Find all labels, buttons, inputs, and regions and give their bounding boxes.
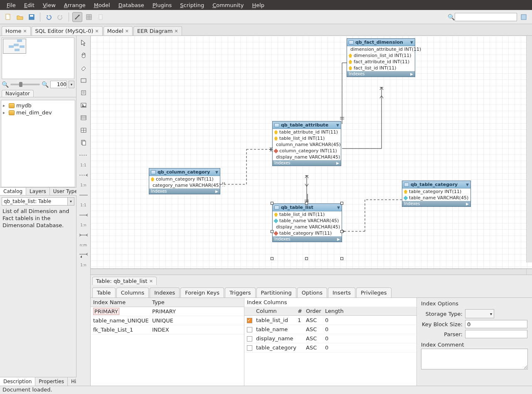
rel-n-m-icon[interactable]	[79, 230, 89, 240]
subtab-privileges[interactable]: Privileges	[356, 287, 392, 297]
image-tool-icon[interactable]	[79, 101, 89, 110]
checkbox[interactable]	[247, 345, 252, 351]
tab-sql-editor[interactable]: SQL Editor (MySQL-0)×	[32, 26, 103, 35]
resize-handle[interactable]	[340, 202, 343, 205]
subtab-options[interactable]: Options	[297, 287, 327, 297]
col-header[interactable]: Order	[303, 307, 323, 315]
close-icon[interactable]: ×	[175, 28, 178, 34]
eer-canvas[interactable]: qb_fact_dimension▼ dimension_attribute_i…	[91, 36, 532, 269]
checkbox[interactable]	[247, 336, 252, 342]
parser-input[interactable]	[465, 330, 527, 338]
column-row[interactable]: table_list_id INT(11)	[273, 135, 341, 141]
column-row[interactable]: table_list_id INT(11)	[273, 211, 342, 218]
resize-handle[interactable]	[305, 257, 308, 260]
vertical-scrollbar[interactable]	[526, 36, 532, 263]
table-tool-icon[interactable]	[79, 113, 89, 122]
redo-icon[interactable]	[55, 12, 65, 22]
tree-item-mydb[interactable]: ▸mydb	[3, 102, 73, 109]
subtab-foreign-keys[interactable]: Foreign Keys	[180, 287, 224, 297]
rel-1-n-id-icon[interactable]	[79, 211, 89, 220]
sidetab-description[interactable]: Description	[0, 377, 35, 386]
tab-eer-diagram[interactable]: EER Diagram×	[133, 26, 182, 35]
resize-handle[interactable]	[271, 257, 273, 260]
index-column-row[interactable]: table_categoryASC0	[244, 343, 416, 352]
open-file-icon[interactable]	[15, 12, 25, 22]
col-header[interactable]: #	[295, 307, 303, 315]
horizontal-scrollbar[interactable]	[91, 269, 526, 275]
routine-tool-icon[interactable]	[79, 138, 89, 147]
search-go-icon[interactable]	[519, 12, 529, 22]
column-row[interactable]: table_category INT(11)	[402, 188, 470, 195]
column-row[interactable]: dimension_list_id INT(11)	[347, 52, 415, 59]
menu-community[interactable]: Community	[208, 2, 248, 8]
sidetab-properties[interactable]: Properties	[35, 377, 68, 386]
index-column-row[interactable]: table_nameASC0	[244, 325, 416, 334]
subtab-indexes[interactable]: Indexes	[150, 287, 180, 297]
col-header[interactable]: Length	[323, 307, 410, 315]
column-row[interactable]: table_name VARCHAR(45)	[402, 195, 470, 201]
page-icon[interactable]	[96, 12, 106, 22]
resize-handle[interactable]	[271, 230, 273, 233]
menu-scripting[interactable]: Scripting	[176, 2, 208, 8]
index-comment-input[interactable]	[421, 349, 528, 369]
column-row[interactable]: table_name VARCHAR(45)	[273, 218, 342, 224]
grid-align-icon[interactable]	[72, 12, 82, 22]
index-row[interactable]: fk_Table_List_1INDEX	[91, 325, 244, 335]
close-icon[interactable]: ×	[149, 278, 153, 284]
index-columns-grid[interactable]: Index Columns Column # Order Length tabl…	[244, 298, 417, 386]
index-column-row[interactable]: table_list_id1ASC0	[244, 316, 416, 325]
object-description[interactable]: List of all Dimension and Fact tablels i…	[0, 207, 76, 377]
resize-handle[interactable]	[340, 257, 343, 260]
entity-qb-column-category[interactable]: qb_column_category▼ column_category INT(…	[149, 168, 220, 194]
navigator-tab[interactable]: Navigator	[2, 90, 34, 97]
column-row[interactable]: fact_list_id INT(11)	[347, 65, 415, 71]
column-row[interactable]: fact_attribute_id INT(11)	[347, 59, 415, 65]
entity-qb-table-category[interactable]: qb_table_category▼ table_category INT(11…	[402, 181, 471, 207]
chevron-down-icon[interactable]: ▼	[336, 123, 339, 127]
index-column-row[interactable]: display_nameASC0	[244, 334, 416, 343]
tab-home[interactable]: Home×	[2, 26, 31, 35]
rel-1-n-nonid-icon[interactable]	[79, 171, 89, 180]
grid-toggle-icon[interactable]	[84, 12, 94, 22]
entity-qb-fact-dimension[interactable]: qb_fact_dimension▼ dimension_attribute_i…	[347, 38, 415, 77]
search-input[interactable]	[455, 13, 517, 21]
zoom-in-icon[interactable]: 🔍	[42, 81, 49, 88]
resize-handle[interactable]	[271, 202, 273, 205]
subtab-triggers[interactable]: Triggers	[225, 287, 256, 297]
column-row[interactable]: table_attribute_id INT(11)	[273, 129, 341, 135]
chevron-right-icon[interactable]: ▶	[466, 202, 469, 206]
pointer-tool-icon[interactable]	[79, 38, 89, 47]
resize-handle[interactable]	[340, 230, 343, 233]
column-row[interactable]: column_name VARCHAR(45)	[273, 141, 341, 148]
layer-tool-icon[interactable]	[79, 76, 89, 85]
sidetab-layers[interactable]: Layers	[26, 188, 50, 195]
menu-view[interactable]: View	[39, 2, 60, 8]
subtab-columns[interactable]: Columns	[116, 287, 149, 297]
menu-edit[interactable]: Edit	[20, 2, 39, 8]
checkbox[interactable]	[247, 318, 252, 323]
column-row[interactable]: dimension_attribute_id INT(11)	[347, 46, 415, 52]
menu-database[interactable]: Database	[114, 2, 148, 8]
chevron-right-icon[interactable]: ▶	[336, 161, 339, 165]
view-tool-icon[interactable]	[79, 126, 89, 135]
resize-handle[interactable]	[305, 202, 308, 205]
column-row[interactable]: column_category INT(11)	[149, 176, 220, 182]
column-row[interactable]: table_category INT(11)	[273, 230, 342, 236]
note-tool-icon[interactable]	[79, 88, 89, 97]
entity-qb-table-list[interactable]: qb_table_list▼ table_list_id INT(11)tabl…	[272, 203, 342, 242]
col-header[interactable]: Column	[254, 307, 295, 315]
menu-arrange[interactable]: Arrange	[60, 2, 90, 8]
zoom-dropdown[interactable]: ▾	[69, 81, 74, 88]
index-row[interactable]: PRIMARYPRIMARY	[91, 307, 244, 316]
hand-tool-icon[interactable]	[79, 51, 89, 60]
dropdown-icon[interactable]: ▾	[68, 197, 74, 206]
column-row[interactable]: display_name VARCHAR(45)	[273, 224, 342, 230]
object-selector[interactable]: qb_table_list: Table	[2, 197, 68, 206]
zoom-out-icon[interactable]: 🔍	[2, 81, 9, 88]
chevron-down-icon[interactable]: ▼	[466, 183, 469, 187]
key-block-size-input[interactable]	[465, 320, 527, 328]
undo-icon[interactable]	[44, 12, 54, 22]
col-header[interactable]: Index Name	[91, 298, 150, 307]
column-row[interactable]: display_name VARCHAR(45)	[273, 154, 341, 160]
rel-1-1-nonid-icon[interactable]	[79, 151, 89, 160]
